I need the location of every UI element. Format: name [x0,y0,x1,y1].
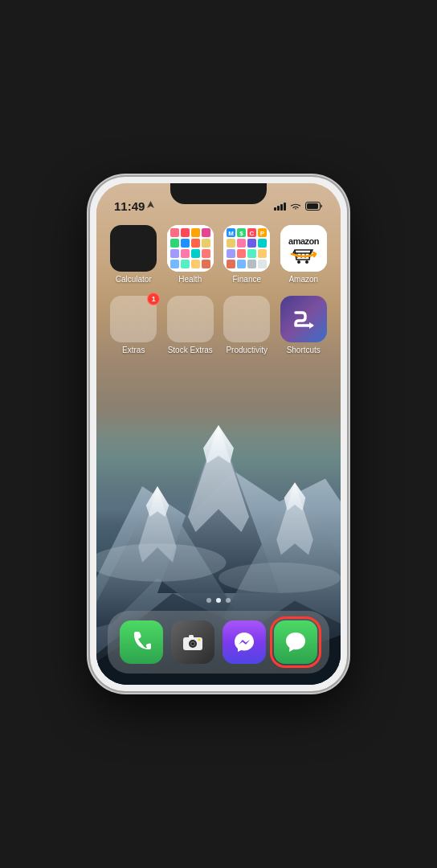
svg-point-56 [297,260,300,264]
camera-icon [181,630,205,654]
svg-rect-15 [307,203,318,209]
svg-text:C: C [250,230,255,237]
svg-rect-47 [237,249,246,258]
phone-frame: 11:49 [90,177,347,691]
svg-rect-31 [191,260,200,268]
svg-rect-17 [170,228,179,237]
wifi-icon [290,202,301,211]
svg-rect-19 [191,228,200,237]
svg-rect-53 [258,260,267,268]
extras-label: Extras [122,346,145,355]
svg-rect-51 [237,260,246,268]
messages-icon [284,630,308,654]
app-stock-extras[interactable]: Stock Extras [166,296,215,355]
svg-rect-44 [247,239,256,248]
svg-rect-46 [227,249,235,258]
svg-rect-48 [247,249,256,258]
battery-icon [305,202,323,211]
svg-rect-29 [170,260,179,268]
svg-text:amazon: amazon [288,236,320,246]
dock-messenger[interactable] [223,620,266,664]
app-grid: Calculator [109,225,328,355]
notch [170,183,267,204]
shortcuts-icon [280,296,327,342]
status-icons [274,201,323,211]
page-dot-3 [226,598,231,603]
page-dot-1 [206,598,211,603]
svg-rect-22 [181,239,190,248]
location-arrow-icon [147,201,154,211]
finance-label: Finance [232,275,261,285]
svg-rect-50 [227,260,235,268]
svg-rect-21 [170,239,179,248]
svg-rect-45 [258,239,267,248]
svg-text:P: P [260,230,265,237]
svg-rect-43 [237,239,246,248]
extras-badge: 1 [147,293,160,305]
dock-messages[interactable] [274,620,317,664]
app-health[interactable]: Health [166,225,215,285]
dock-phone[interactable] [120,620,163,664]
stock-extras-label: Stock Extras [168,346,213,355]
app-calculator[interactable]: Calculator [109,225,158,285]
status-time: 11:49 [114,199,145,213]
svg-rect-49 [258,249,267,258]
calculator-label: Calculator [116,275,152,285]
messenger-icon [232,630,256,654]
stock-extras-folder-icon [167,296,214,342]
phone-icon [129,630,153,654]
svg-rect-23 [191,239,200,248]
svg-point-69 [198,639,201,641]
productivity-folder-icon [223,296,270,342]
svg-rect-28 [202,249,210,258]
svg-rect-24 [202,239,210,248]
health-icon [167,225,214,272]
signal-bars-icon [274,201,286,211]
finance-svg: M $ C P [223,225,270,272]
svg-rect-20 [202,228,210,237]
svg-rect-30 [181,260,190,268]
amazon-icon: amazon [280,225,327,272]
productivity-label: Productivity [226,346,268,355]
page-dot-2 [216,598,221,603]
svg-marker-63 [309,322,314,329]
svg-point-67 [192,643,194,645]
svg-point-13 [218,563,341,593]
page-indicators [96,598,341,603]
svg-rect-52 [247,260,256,268]
svg-rect-18 [181,228,190,237]
health-label: Health [178,275,202,285]
svg-rect-32 [202,260,210,268]
dock-camera[interactable] [171,620,214,664]
extras-folder-icon: 1 [110,296,157,342]
app-productivity[interactable]: Productivity [223,296,272,355]
app-amazon[interactable]: amazon [280,225,329,285]
finance-icon: M $ C P [223,225,270,272]
calculator-icon [110,225,157,272]
svg-rect-42 [227,239,235,248]
app-finance[interactable]: M $ C P [223,225,272,285]
phone-screen: 11:49 [96,183,341,685]
svg-text:$: $ [240,230,244,237]
svg-point-57 [305,260,308,264]
svg-rect-25 [170,249,179,258]
amazon-label: Amazon [288,275,318,285]
svg-rect-26 [181,249,190,258]
dock [108,611,329,674]
shortcuts-svg [289,305,318,334]
app-shortcuts[interactable]: Shortcuts [280,296,329,355]
app-extras[interactable]: 1 Extras [109,296,158,355]
svg-rect-54 [280,225,327,272]
health-svg [167,225,214,272]
shortcuts-label: Shortcuts [287,346,321,355]
amazon-svg: amazon [280,225,327,272]
svg-rect-27 [191,249,200,258]
svg-text:M: M [228,230,234,237]
svg-rect-68 [189,635,194,638]
